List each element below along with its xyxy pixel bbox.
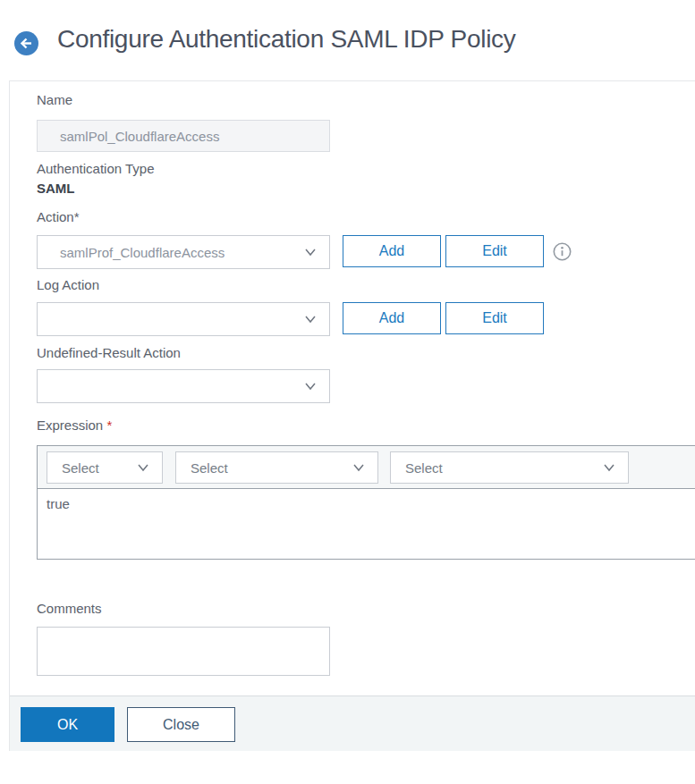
expression-select-1[interactable]: Select: [47, 451, 163, 484]
action-edit-button[interactable]: Edit: [445, 235, 544, 267]
undefined-result-action-select[interactable]: [37, 369, 330, 403]
close-button[interactable]: Close: [127, 707, 235, 742]
chevron-down-icon: [302, 311, 318, 327]
chevron-down-icon: [135, 459, 151, 476]
log-action-label: Log Action: [37, 277, 99, 292]
form-footer: OK Close: [10, 695, 695, 751]
auth-type-label: Authentication Type: [37, 161, 154, 176]
auth-type-value: SAML: [37, 181, 75, 196]
expression-select-2-value: Select: [176, 460, 377, 476]
name-input[interactable]: [37, 120, 330, 152]
chevron-down-icon: [351, 459, 367, 476]
expression-editor: Select Select Select true: [37, 445, 695, 560]
expression-select-2[interactable]: Select: [175, 451, 378, 484]
chevron-down-icon: [302, 378, 318, 394]
expression-toolbar: Select Select Select: [38, 446, 695, 489]
required-asterisk: *: [106, 417, 112, 433]
ok-button[interactable]: OK: [21, 707, 114, 742]
log-action-select[interactable]: [37, 302, 330, 336]
back-button[interactable]: [14, 31, 38, 55]
log-action-add-button[interactable]: Add: [343, 302, 441, 334]
chevron-down-icon: [302, 244, 318, 260]
name-label: Name: [37, 92, 72, 107]
expression-label-text: Expression: [37, 417, 103, 433]
expression-select-3[interactable]: Select: [390, 451, 629, 484]
action-label: Action*: [37, 209, 80, 224]
log-action-edit-button[interactable]: Edit: [445, 302, 544, 334]
action-select[interactable]: samlProf_CloudflareAccess: [37, 235, 330, 269]
action-add-button[interactable]: Add: [343, 235, 441, 267]
expression-select-3-value: Select: [391, 460, 628, 476]
expression-input[interactable]: true: [38, 489, 695, 559]
action-select-value: samlProf_CloudflareAccess: [38, 245, 329, 260]
arrow-left-icon: [19, 36, 34, 51]
comments-label: Comments: [37, 601, 102, 616]
page-title: Configure Authentication SAML IDP Policy: [57, 25, 516, 54]
info-icon[interactable]: [553, 242, 572, 261]
expression-label: Expression *: [37, 417, 112, 433]
undefined-result-action-label: Undefined-Result Action: [37, 345, 181, 360]
page-header: Configure Authentication SAML IDP Policy: [0, 0, 695, 80]
chevron-down-icon: [601, 459, 617, 476]
comments-input[interactable]: [37, 627, 330, 676]
form-panel: Name Authentication Type SAML Action* sa…: [9, 80, 695, 751]
